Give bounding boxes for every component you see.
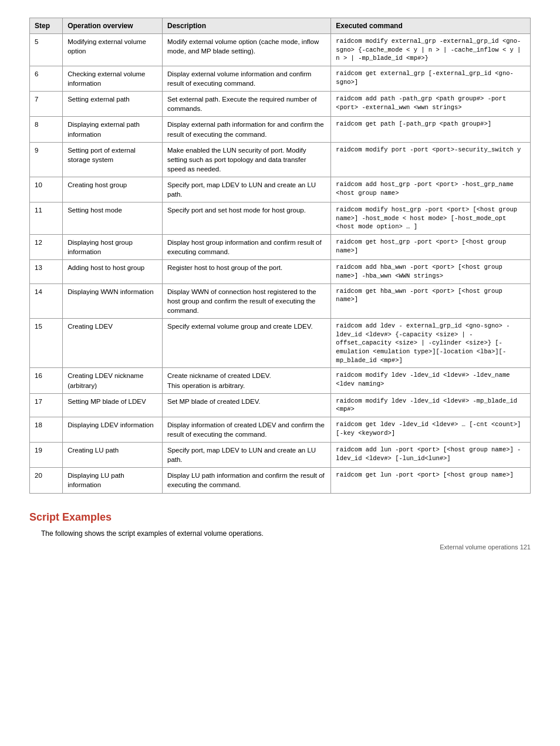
cell-command: raidcom add ldev - external_grp_id <gno-…: [331, 319, 531, 368]
table-row: 10Creating host groupSpecify port, map L…: [30, 177, 531, 202]
cell-operation: Displaying LDEV information: [63, 417, 163, 443]
cell-command: raidcom add host_grp -port <port> -host_…: [331, 177, 531, 202]
table-row: 17Setting MP blade of LDEVSet MP blade o…: [30, 393, 531, 417]
table-row: 15Creating LDEVSpecify external volume g…: [30, 319, 531, 368]
cell-description: Display information of created LDEV and …: [162, 417, 330, 443]
cell-description: Make enabled the LUN security of port. M…: [162, 142, 330, 177]
cell-command: raidcom get path [-path_grp <path group#…: [331, 117, 531, 142]
cell-command: raidcom get external_grp [-external_grp_…: [331, 66, 531, 92]
cell-step: 14: [30, 283, 63, 318]
table-row: 14Displaying WWN informationDisplay WWN …: [30, 283, 531, 318]
cell-command: raidcom add hba_wwn -port <port> [<host …: [331, 260, 531, 283]
cell-operation: Creating LU path: [63, 443, 163, 468]
cell-step: 12: [30, 235, 63, 260]
table-row: 8Displaying external path informationDis…: [30, 117, 531, 142]
cell-description: Display host group information and confi…: [162, 235, 330, 260]
cell-operation: Displaying WWN information: [63, 283, 163, 318]
cell-description: Display external path information for an…: [162, 117, 330, 142]
cell-description: Set external path. Execute the required …: [162, 92, 330, 117]
footer: External volume operations 121: [29, 544, 531, 551]
col-header-op: Operation overview: [63, 18, 163, 34]
cell-operation: Setting port of external storage system: [63, 142, 163, 177]
cell-step: 9: [30, 142, 63, 177]
cell-operation: Creating LDEV nickname (arbitrary): [63, 368, 163, 393]
cell-description: Display LU path information and confirm …: [162, 468, 330, 493]
section-body: The following shows the script examples …: [41, 529, 531, 538]
cell-operation: Displaying LU path information: [63, 468, 163, 493]
table-row: 6Checking external volume informationDis…: [30, 66, 531, 92]
table-row: 18Displaying LDEV informationDisplay inf…: [30, 417, 531, 443]
table-row: 16Creating LDEV nickname (arbitrary)Crea…: [30, 368, 531, 393]
cell-command: raidcom get host_grp -port <port> [<host…: [331, 235, 531, 260]
table-row: 7Setting external pathSet external path.…: [30, 92, 531, 117]
table-row: 12Displaying host group informationDispl…: [30, 235, 531, 260]
cell-command: raidcom add path -path_grp <path group#>…: [331, 92, 531, 117]
cell-operation: Setting external path: [63, 92, 163, 117]
cell-step: 13: [30, 260, 63, 283]
cell-step: 19: [30, 443, 63, 468]
table-row: 13Adding host to host groupRegister host…: [30, 260, 531, 283]
cell-command: raidcom get hba_wwn -port <port> [<host …: [331, 283, 531, 318]
cell-description: Set MP blade of created LDEV.: [162, 393, 330, 417]
cell-command: raidcom get ldev -ldev_id <ldev#> … [-cn…: [331, 417, 531, 443]
cell-operation: Displaying host group information: [63, 235, 163, 260]
cell-step: 8: [30, 117, 63, 142]
cell-step: 5: [30, 34, 63, 66]
cell-step: 17: [30, 393, 63, 417]
col-header-step: Step: [30, 18, 63, 34]
cell-operation: Displaying external path information: [63, 117, 163, 142]
cell-description: Display external volume information and …: [162, 66, 330, 92]
cell-step: 7: [30, 92, 63, 117]
table-row: 19Creating LU pathSpecify port, map LDEV…: [30, 443, 531, 468]
cell-description: Specify port, map LDEV to LUN and create…: [162, 443, 330, 468]
cell-operation: Setting MP blade of LDEV: [63, 393, 163, 417]
cell-description: Specify external volume group and create…: [162, 319, 330, 368]
script-examples-section: Script Examples The following shows the …: [29, 511, 531, 538]
cell-operation: Creating LDEV: [63, 319, 163, 368]
col-header-cmd: Executed command: [331, 18, 531, 34]
col-header-desc: Description: [162, 18, 330, 34]
cell-command: raidcom modify ldev -ldev_id <ldev#> -mp…: [331, 393, 531, 417]
cell-operation: Adding host to host group: [63, 260, 163, 283]
cell-step: 11: [30, 202, 63, 235]
cell-command: raidcom modify ldev -ldev_id <ldev#> -ld…: [331, 368, 531, 393]
cell-step: 6: [30, 66, 63, 92]
table-row: 5Modifying external volume optionModify …: [30, 34, 531, 66]
cell-description: Create nickname of created LDEV.This ope…: [162, 368, 330, 393]
table-row: 20Displaying LU path informationDisplay …: [30, 468, 531, 493]
cell-step: 10: [30, 177, 63, 202]
cell-command: raidcom modify external_grp -external_gr…: [331, 34, 531, 66]
cell-command: raidcom modify port -port <port>-securit…: [331, 142, 531, 177]
cell-description: Display WWN of connection host registere…: [162, 283, 330, 318]
cell-operation: Modifying external volume option: [63, 34, 163, 66]
cell-operation: Checking external volume information: [63, 66, 163, 92]
cell-operation: Creating host group: [63, 177, 163, 202]
cell-step: 18: [30, 417, 63, 443]
cell-step: 20: [30, 468, 63, 493]
operations-table: Step Operation overview Description Exec…: [29, 18, 531, 494]
cell-description: Specify port and set host mode for host …: [162, 202, 330, 235]
cell-description: Specify port, map LDEV to LUN and create…: [162, 177, 330, 202]
cell-command: raidcom get lun -port <port> [<host grou…: [331, 468, 531, 493]
cell-operation: Setting host mode: [63, 202, 163, 235]
footer-right: External volume operations 121: [440, 544, 531, 551]
section-title: Script Examples: [29, 511, 531, 524]
cell-command: raidcom modify host_grp -port <port> [<h…: [331, 202, 531, 235]
cell-description: Register host to host group of the port.: [162, 260, 330, 283]
cell-step: 16: [30, 368, 63, 393]
table-row: 11Setting host modeSpecify port and set …: [30, 202, 531, 235]
cell-command: raidcom add lun -port <port> [<host grou…: [331, 443, 531, 468]
cell-description: Modify external volume option (cache mod…: [162, 34, 330, 66]
cell-step: 15: [30, 319, 63, 368]
table-row: 9Setting port of external storage system…: [30, 142, 531, 177]
